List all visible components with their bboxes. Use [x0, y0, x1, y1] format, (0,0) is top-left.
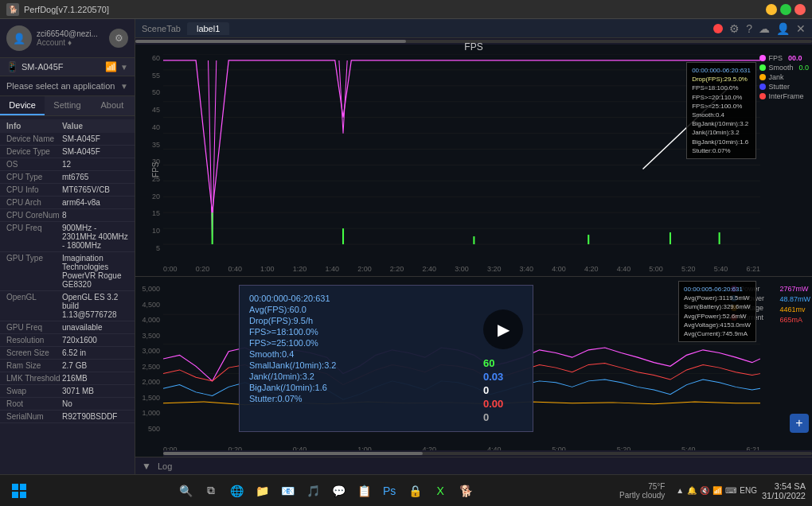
profile-settings-button[interactable]: ⚙	[109, 29, 128, 48]
info-key: Screen Size	[6, 348, 62, 357]
fps-chart-wrapper[interactable]	[163, 54, 760, 252]
keyboard-icon[interactable]: ⌨	[725, 486, 736, 495]
x-120: 1:20	[293, 265, 307, 273]
popup-val2: 0.03	[483, 371, 523, 383]
x-340: 3:40	[520, 265, 534, 273]
profile-name: zci66540@nezi...	[37, 29, 104, 38]
py-3000: 3,000	[142, 347, 160, 355]
legend-interframe: InterFrame	[759, 92, 809, 100]
power-scrollbar[interactable]	[163, 450, 812, 457]
weather-temp: 75°F	[648, 482, 665, 491]
info-row: GPU Frequnavailable	[0, 321, 135, 334]
info-row: CPU InfoMT6765V/CB	[0, 184, 135, 197]
app6-button[interactable]: 🔒	[404, 480, 426, 502]
x-320: 3:20	[487, 265, 502, 273]
power-val3: 4461mv	[779, 306, 810, 313]
power-tooltip-time: 00:00:005-06:20:631	[684, 285, 751, 294]
tab-device[interactable]: Device	[0, 96, 45, 115]
x-40: 0:40	[228, 265, 242, 273]
line-button[interactable]: 📋	[353, 480, 375, 502]
app-selector[interactable]: Please select an application ▼	[0, 76, 135, 96]
add-chart-button[interactable]: +	[790, 414, 809, 433]
user-icon[interactable]: 👤	[776, 22, 790, 35]
profile-account: Account ♦	[37, 38, 104, 47]
task-view-button[interactable]: ⧉	[200, 480, 222, 502]
power-right-values: 2767mW 48.87mW 4461mv 665mA	[779, 285, 810, 324]
notification-icon[interactable]: 🔔	[687, 486, 697, 495]
py-3500: 3,500	[142, 332, 160, 340]
info-key: Root	[6, 399, 62, 408]
popup-smalljank: SmallJank(/10min):3.2	[249, 360, 477, 370]
spotify-button[interactable]: 🎵	[302, 480, 324, 502]
x-440: 4:40	[617, 265, 631, 273]
settings-icon[interactable]: ⚙	[729, 22, 740, 35]
x-140: 1:40	[325, 265, 339, 273]
popup-smooth: Smooth:0.4	[249, 349, 477, 359]
info-key: Device Name	[6, 134, 62, 143]
popup-val5: 0	[483, 411, 523, 423]
power-tooltip-avg: Avg(Power):3119.5mW	[684, 294, 751, 302]
network-icon[interactable]: 📶	[712, 486, 722, 495]
maximize-button[interactable]: □	[780, 4, 791, 15]
legend-smooth: Smooth 0.0	[759, 64, 809, 72]
info-value: mt6765	[62, 173, 88, 181]
play-button[interactable]: ▶	[483, 309, 523, 349]
info-row: Device TypeSM-A045F	[0, 146, 135, 158]
info-key: Ram Size	[6, 361, 62, 370]
info-row: Screen Size6.52 in	[0, 347, 135, 360]
info-key: Device Type	[6, 147, 62, 156]
py-1000: 1,000	[142, 409, 160, 417]
system-tray: ▲ 🔔 🔇 📶 ⌨ ENG	[676, 486, 757, 495]
device-selector[interactable]: 📱 SM-A045F 📶 ▼	[0, 58, 135, 76]
app-selector-arrow: ▼	[120, 82, 128, 91]
device-dropdown-arrow: ▼	[120, 63, 128, 72]
mail-button[interactable]: 📧	[276, 480, 299, 502]
explorer-button[interactable]: 📁	[251, 480, 273, 502]
taskbar-left	[6, 478, 32, 504]
ps-button[interactable]: Ps	[378, 480, 400, 502]
power-scrollbar-thumb[interactable]	[163, 452, 423, 455]
app-layout: 👤 zci66540@nezi... Account ♦ ⚙ 📱 SM-A045…	[0, 19, 812, 474]
info-row: Ram Size2.7 GB	[0, 360, 135, 372]
y-45: 45	[152, 106, 160, 114]
scene-tab-bar: SceneTab label1 ⚙ ? ☁ 👤 ✕	[135, 19, 812, 38]
power-scrollbar-track[interactable]	[163, 452, 812, 455]
help-icon[interactable]: ?	[746, 22, 752, 35]
x-200: 2:00	[357, 265, 372, 273]
close-button[interactable]: ✕	[794, 4, 806, 15]
browser-button[interactable]: 🌐	[225, 480, 248, 502]
info-key: LMK Threshold	[6, 374, 62, 383]
minimize-button[interactable]: —	[766, 4, 777, 15]
cloud-icon[interactable]: ☁	[759, 22, 770, 35]
fps-scrollbar-thumb[interactable]	[135, 40, 406, 43]
perfdog-button[interactable]: 🐕	[455, 480, 477, 502]
py-2500: 2,500	[142, 363, 160, 371]
top-bar-icons: ⚙ ? ☁ 👤 ✕	[713, 22, 806, 35]
start-button[interactable]	[6, 478, 32, 504]
tab-about[interactable]: About	[90, 96, 135, 115]
volume-icon[interactable]: 🔇	[700, 486, 709, 495]
svg-rect-0	[163, 54, 760, 252]
popup-val1: 60	[483, 357, 523, 369]
smooth-dot	[759, 64, 766, 71]
tab-setting[interactable]: Setting	[45, 96, 89, 115]
info-row: Device NameSM-A045F	[0, 133, 135, 146]
tray-up-arrow[interactable]: ▲	[676, 486, 684, 495]
info-row: CPU CoreNum8	[0, 209, 135, 222]
log-icon[interactable]: ▼	[142, 461, 151, 472]
x-540: 5:40	[714, 265, 728, 273]
info-row: LMK Threshold216MB	[0, 372, 135, 385]
popup-fps18: FPS>=18:100.0%	[249, 327, 477, 337]
stats-popup: 00:00:000-06:20:631 Avg(FPS):60.0 Drop(F…	[239, 285, 533, 432]
scene-tab-active[interactable]: label1	[187, 22, 229, 35]
excel-button[interactable]: X	[429, 480, 451, 502]
search-taskbar-button[interactable]: 🔍	[174, 480, 197, 502]
x-button[interactable]: ✕	[796, 22, 806, 35]
info-value: arm64-v8a	[62, 198, 100, 207]
svg-rect-28	[20, 484, 26, 490]
sidebar: 👤 zci66540@nezi... Account ♦ ⚙ 📱 SM-A045…	[0, 19, 135, 474]
record-button[interactable]	[713, 24, 723, 33]
power-val2: 48.87mW	[779, 295, 810, 303]
info-key: Swap	[6, 387, 62, 395]
chat-button[interactable]: 💬	[327, 480, 349, 502]
